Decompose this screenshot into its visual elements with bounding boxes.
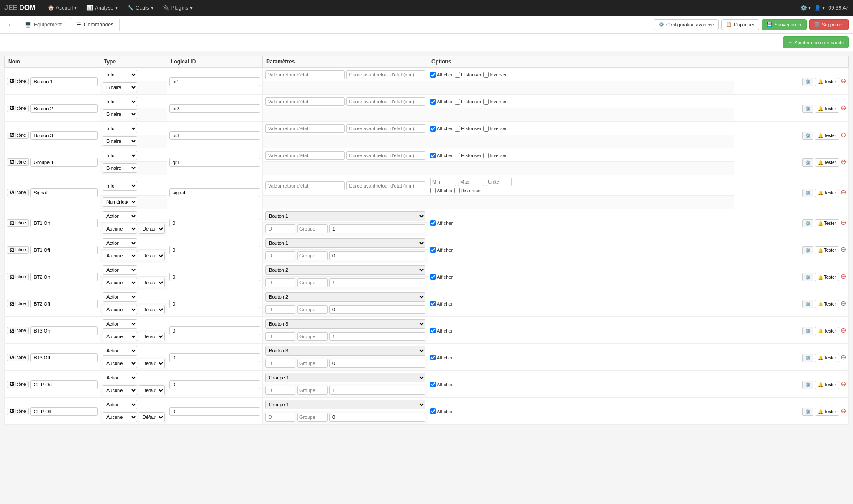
remove-button[interactable]: ⊖	[840, 245, 846, 254]
type-select[interactable]: Info Action	[103, 346, 137, 356]
afficher-check[interactable]	[430, 126, 436, 132]
type-select[interactable]: Info Action	[103, 373, 137, 382]
param1-input[interactable]	[265, 97, 345, 106]
id-input[interactable]	[265, 251, 295, 260]
tester-button[interactable]: 🔔 Tester	[815, 273, 839, 281]
logid-input[interactable]	[169, 246, 260, 254]
config2-button[interactable]: ⚙️	[802, 273, 813, 281]
params-dropdown[interactable]: Bouton 3	[265, 346, 425, 356]
icon-button[interactable]: 🖼 Icône	[7, 300, 29, 307]
params-dropdown[interactable]: Bouton 1	[265, 238, 425, 248]
icon-button[interactable]: 🖼 Icône	[7, 327, 29, 334]
afficher-check[interactable]	[430, 355, 436, 360]
icon-button[interactable]: 🖼 Icône	[7, 189, 29, 196]
remove-button[interactable]: ⊖	[840, 299, 846, 307]
logid-input[interactable]	[169, 353, 260, 362]
afficher-check[interactable]	[430, 274, 436, 280]
name-input[interactable]	[30, 219, 98, 227]
nav-accueil[interactable]: 🏠 Accueil ▾	[43, 2, 82, 13]
remove-button[interactable]: ⊖	[840, 104, 846, 112]
none-select[interactable]: Aucune	[103, 251, 137, 260]
remove-button[interactable]: ⊖	[840, 131, 846, 139]
sauvegarder-button[interactable]: 💾 Sauvegarder	[762, 19, 807, 30]
historiser-check[interactable]	[455, 99, 460, 105]
id-input[interactable]	[265, 278, 295, 287]
remove-button[interactable]: ⊖	[840, 407, 846, 415]
user-icon[interactable]: 👤 ▾	[814, 5, 825, 11]
name-input[interactable]	[30, 380, 98, 389]
config2-button[interactable]: ⚙️	[802, 246, 813, 254]
afficher-check[interactable]	[430, 408, 436, 414]
value-input[interactable]	[329, 305, 425, 314]
value-input[interactable]	[329, 278, 425, 287]
type-select[interactable]: Info Action	[103, 70, 137, 79]
config2-button[interactable]: ⚙️	[802, 78, 813, 86]
logid-input[interactable]	[169, 131, 260, 140]
afficher-check[interactable]	[430, 99, 436, 105]
param2-input[interactable]	[346, 124, 426, 133]
name-input[interactable]	[30, 104, 98, 113]
remove-button[interactable]: ⊖	[840, 158, 846, 166]
config2-button[interactable]: ⚙️	[802, 219, 813, 227]
value-input[interactable]	[329, 251, 425, 260]
name-input[interactable]	[30, 273, 98, 281]
logid-input[interactable]	[169, 380, 260, 389]
value-input[interactable]	[329, 386, 425, 395]
subtype-select[interactable]: BinaireNumérique	[103, 136, 137, 146]
none-select[interactable]: Aucune	[103, 385, 137, 395]
params-dropdown[interactable]: Bouton 2	[265, 265, 425, 275]
groupe-input[interactable]	[297, 305, 328, 314]
defaut-select[interactable]: Défaut	[139, 305, 165, 314]
inverser-check[interactable]	[483, 72, 489, 78]
param1-input[interactable]	[265, 70, 345, 79]
remove-button[interactable]: ⊖	[840, 272, 846, 280]
type-select[interactable]: Info Action	[103, 124, 137, 133]
name-input[interactable]	[30, 77, 98, 86]
logid-input[interactable]	[169, 273, 260, 281]
type-select[interactable]: Info Action	[103, 97, 137, 106]
none-select[interactable]: Aucune	[103, 305, 137, 314]
back-button[interactable]: ←	[4, 20, 17, 30]
logid-input[interactable]	[169, 407, 260, 416]
tester-button[interactable]: 🔔 Tester	[815, 189, 839, 197]
afficher-check[interactable]	[430, 328, 436, 333]
historiser-check[interactable]	[454, 188, 460, 193]
add-command-button[interactable]: ＋ Ajouter une commande	[783, 36, 849, 48]
defaut-select[interactable]: Défaut	[139, 251, 165, 260]
icon-button[interactable]: 🖼 Icône	[7, 381, 29, 388]
type-select[interactable]: Info Action	[103, 238, 137, 248]
historiser-check[interactable]	[455, 72, 460, 78]
groupe-input[interactable]	[297, 251, 328, 260]
none-select[interactable]: Aucune	[103, 224, 137, 234]
tester-button[interactable]: 🔔 Tester	[815, 246, 839, 254]
type-select[interactable]: Info Action	[103, 400, 137, 409]
type-select[interactable]: Info Action	[103, 319, 137, 329]
id-input[interactable]	[265, 332, 295, 341]
defaut-select[interactable]: Défaut	[139, 412, 165, 422]
defaut-select[interactable]: Défaut	[139, 278, 165, 287]
max-input[interactable]	[458, 178, 484, 186]
id-input[interactable]	[265, 359, 295, 368]
remove-button[interactable]: ⊖	[840, 326, 846, 334]
icon-button[interactable]: 🖼 Icône	[7, 273, 29, 280]
type-select[interactable]: Info Action	[103, 211, 137, 221]
nav-outils[interactable]: 🔧 Outils ▾	[123, 2, 158, 13]
historiser-check[interactable]	[455, 153, 460, 158]
name-input[interactable]	[30, 158, 98, 167]
id-input[interactable]	[265, 305, 295, 314]
subtype-select[interactable]: BinaireNumérique	[103, 163, 137, 173]
tester-button[interactable]: 🔔 Tester	[815, 78, 839, 86]
config2-button[interactable]: ⚙️	[802, 300, 813, 308]
tester-button[interactable]: 🔔 Tester	[815, 158, 839, 167]
icon-button[interactable]: 🖼 Icône	[7, 78, 29, 85]
param1-input[interactable]	[265, 151, 345, 160]
remove-button[interactable]: ⊖	[840, 188, 846, 196]
defaut-select[interactable]: Défaut	[139, 385, 165, 395]
config2-button[interactable]: ⚙️	[802, 189, 813, 197]
subtype-select[interactable]: BinaireNumérique	[103, 109, 137, 119]
name-input[interactable]	[30, 246, 98, 254]
params-dropdown[interactable]: Bouton 3	[265, 319, 425, 329]
defaut-select[interactable]: Défaut	[139, 224, 165, 234]
subtype-select[interactable]: BinaireNumérique	[103, 197, 137, 207]
icon-button[interactable]: 🖼 Icône	[7, 219, 29, 227]
